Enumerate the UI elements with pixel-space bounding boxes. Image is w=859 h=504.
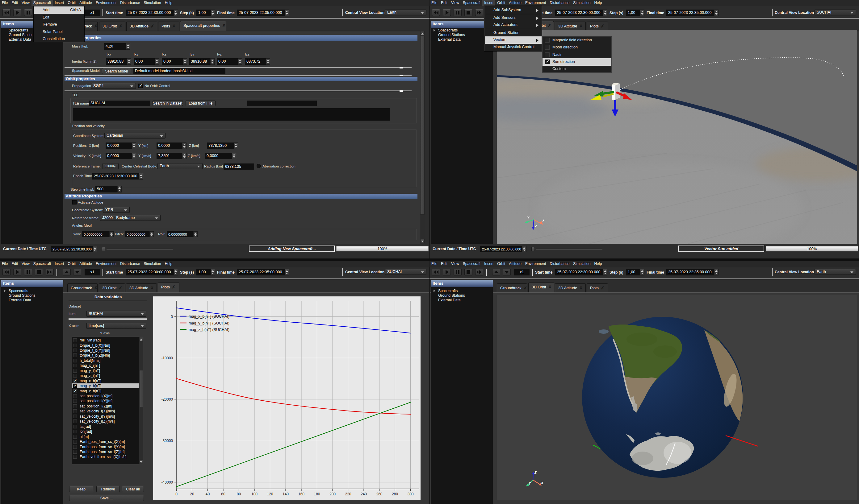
svg-text:160: 160 bbox=[298, 492, 304, 496]
svg-text:Z: Z bbox=[534, 471, 537, 474]
svg-text:mag_x_b[nT] (SUCHAI): mag_x_b[nT] (SUCHAI) bbox=[189, 314, 229, 319]
svg-text:80: 80 bbox=[237, 492, 241, 496]
svg-text:Z: Z bbox=[534, 224, 537, 228]
svg-text:20: 20 bbox=[190, 492, 194, 496]
svg-text:-30000: -30000 bbox=[162, 439, 173, 443]
svg-text:40: 40 bbox=[206, 492, 210, 496]
svg-text:140: 140 bbox=[283, 492, 289, 496]
svg-text:X: X bbox=[541, 481, 543, 485]
svg-text:240: 240 bbox=[361, 492, 367, 496]
svg-text:100: 100 bbox=[251, 492, 257, 496]
svg-text:60: 60 bbox=[221, 492, 225, 496]
svg-text:mag_z_b[nT] (SUCHAI): mag_z_b[nT] (SUCHAI) bbox=[189, 328, 229, 332]
svg-text:280: 280 bbox=[392, 492, 398, 496]
svg-text:200: 200 bbox=[330, 492, 336, 496]
svg-text:220: 220 bbox=[345, 492, 351, 496]
svg-text:-10000: -10000 bbox=[162, 356, 173, 360]
svg-text:300: 300 bbox=[407, 492, 413, 496]
svg-text:X: X bbox=[542, 218, 545, 222]
svg-text:mag_y_b[nT] (SUCHAI): mag_y_b[nT] (SUCHAI) bbox=[189, 321, 229, 326]
svg-text:180: 180 bbox=[314, 492, 320, 496]
svg-text:-40000: -40000 bbox=[162, 480, 173, 485]
svg-text:0: 0 bbox=[171, 315, 173, 319]
svg-text:260: 260 bbox=[376, 492, 382, 496]
svg-text:120: 120 bbox=[267, 492, 273, 496]
svg-text:0: 0 bbox=[176, 492, 178, 496]
svg-text:-20000: -20000 bbox=[162, 397, 173, 401]
